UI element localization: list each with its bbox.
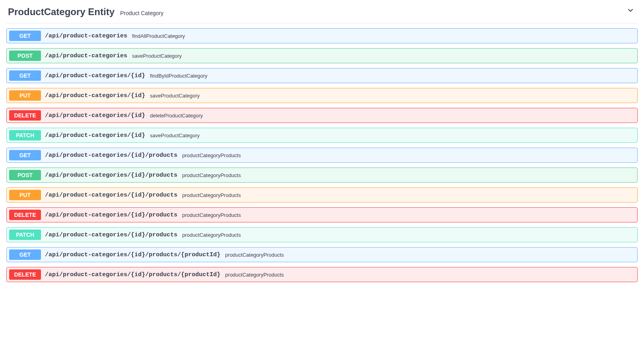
- operation-row[interactable]: POST/api/product-categoriessaveProductCa…: [6, 48, 638, 63]
- operation-row[interactable]: POST/api/product-categories/{id}/product…: [6, 168, 638, 183]
- endpoint-description: saveProductCategory: [132, 53, 182, 59]
- operation-row[interactable]: PATCH/api/product-categories/{id}savePro…: [6, 128, 638, 143]
- endpoint-path: /api/product-categories: [45, 53, 127, 59]
- endpoint-path: /api/product-categories/{id}/products: [45, 192, 177, 199]
- section-subtitle: Product Category: [120, 10, 163, 16]
- operation-row[interactable]: GET/api/product-categories/{id}findByIdP…: [6, 68, 638, 83]
- endpoint-description: findAllProductCategory: [132, 33, 185, 39]
- endpoint-path: /api/product-categories/{id}/products: [45, 152, 177, 159]
- http-method-badge: GET: [9, 150, 41, 160]
- endpoint-description: findByIdProductCategory: [150, 73, 208, 79]
- http-method-badge: DELETE: [9, 210, 41, 220]
- operation-row[interactable]: PATCH/api/product-categories/{id}/produc…: [6, 227, 638, 242]
- endpoint-description: productCategoryProducts: [182, 172, 241, 178]
- endpoint-path: /api/product-categories/{id}/products: [45, 172, 177, 179]
- operation-row[interactable]: DELETE/api/product-categories/{id}delete…: [6, 108, 638, 123]
- http-method-badge: DELETE: [9, 110, 41, 121]
- http-method-badge: GET: [9, 249, 41, 260]
- endpoint-path: /api/product-categories/{id}/products: [45, 232, 177, 238]
- endpoint-path: /api/product-categories: [45, 33, 127, 39]
- operation-row[interactable]: GET/api/product-categories/{id}/products…: [6, 247, 638, 262]
- operation-row[interactable]: DELETE/api/product-categories/{id}/produ…: [6, 207, 638, 222]
- endpoint-description: saveProductCategory: [150, 93, 200, 99]
- section-header[interactable]: ProductCategory Entity Product Category: [6, 3, 638, 23]
- http-method-badge: PATCH: [9, 230, 41, 240]
- endpoint-path: /api/product-categories/{id}: [45, 72, 145, 79]
- operation-row[interactable]: DELETE/api/product-categories/{id}/produ…: [6, 267, 638, 282]
- http-method-badge: DELETE: [9, 269, 41, 280]
- endpoint-path: /api/product-categories/{id}: [45, 92, 145, 99]
- operations-list: GET/api/product-categoriesfindAllProduct…: [6, 23, 638, 282]
- endpoint-description: productCategoryProducts: [182, 192, 241, 198]
- endpoint-description: productCategoryProducts: [225, 272, 284, 278]
- http-method-badge: PATCH: [9, 130, 41, 140]
- http-method-badge: PUT: [9, 90, 41, 101]
- http-method-badge: GET: [9, 70, 41, 81]
- operation-row[interactable]: GET/api/product-categories/{id}/products…: [6, 148, 638, 163]
- endpoint-path: /api/product-categories/{id}/products/{p…: [45, 251, 220, 258]
- operation-row[interactable]: PUT/api/product-categories/{id}saveProdu…: [6, 88, 638, 103]
- http-method-badge: PUT: [9, 190, 41, 200]
- chevron-down-icon[interactable]: [626, 6, 634, 16]
- http-method-badge: POST: [9, 170, 41, 180]
- operation-row[interactable]: GET/api/product-categoriesfindAllProduct…: [6, 28, 638, 43]
- endpoint-description: productCategoryProducts: [182, 152, 241, 158]
- endpoint-description: productCategoryProducts: [225, 252, 284, 258]
- endpoint-description: productCategoryProducts: [182, 212, 241, 218]
- endpoint-description: productCategoryProducts: [182, 232, 241, 238]
- endpoint-path: /api/product-categories/{id}: [45, 112, 145, 119]
- endpoint-path: /api/product-categories/{id}: [45, 132, 145, 139]
- endpoint-path: /api/product-categories/{id}/products: [45, 212, 177, 218]
- endpoint-path: /api/product-categories/{id}/products/{p…: [45, 271, 220, 278]
- endpoint-description: deleteProductCategory: [150, 113, 203, 119]
- section-title: ProductCategory Entity: [8, 6, 115, 18]
- endpoint-description: saveProductCategory: [150, 133, 200, 138]
- http-method-badge: GET: [9, 31, 41, 41]
- http-method-badge: POST: [9, 51, 41, 61]
- operation-row[interactable]: PUT/api/product-categories/{id}/products…: [6, 187, 638, 203]
